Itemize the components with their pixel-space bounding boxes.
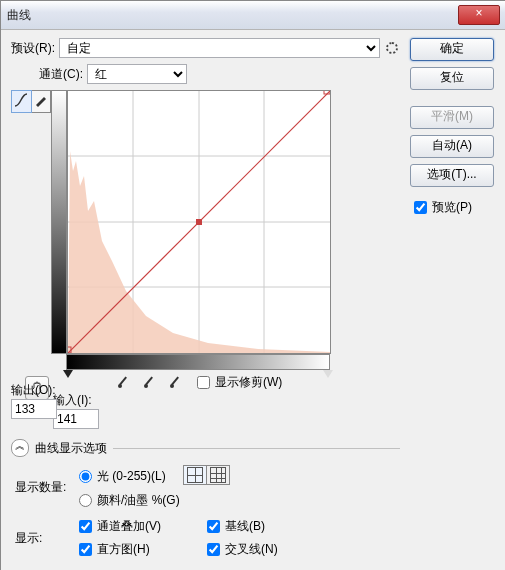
intersection-checkbox[interactable]: 交叉线(N) <box>207 541 327 558</box>
smooth-button[interactable]: 平滑(M) <box>410 106 494 129</box>
show-amount-label: 显示数量: <box>15 479 75 496</box>
eyedropper-white-icon[interactable] <box>167 374 183 390</box>
gear-icon[interactable] <box>384 40 400 56</box>
curve-chart[interactable] <box>67 90 331 354</box>
channel-overlay-checkbox[interactable]: 通道叠加(V) <box>79 518 199 535</box>
preview-checkbox[interactable]: 预览(P) <box>414 199 472 216</box>
eyedropper-black-icon[interactable] <box>115 374 131 390</box>
output-label: 输出(O): <box>11 382 71 399</box>
show-clipping-checkbox[interactable]: 显示修剪(W) <box>197 374 282 391</box>
histogram-checkbox[interactable]: 直方图(H) <box>79 541 199 558</box>
reset-button[interactable]: 复位 <box>410 67 494 90</box>
channel-select[interactable]: 红 <box>87 64 187 84</box>
expander-icon[interactable]: ︽ <box>11 439 29 457</box>
baseline-checkbox[interactable]: 基线(B) <box>207 518 327 535</box>
pigment-radio[interactable]: 颜料/油墨 %(G) <box>79 492 180 509</box>
options-button[interactable]: 选项(T)... <box>410 164 494 187</box>
preset-select[interactable]: 自定 <box>59 38 380 58</box>
curve-tool-icon[interactable] <box>11 90 32 113</box>
auto-button[interactable]: 自动(A) <box>410 135 494 158</box>
preset-label: 预设(R): <box>11 40 55 57</box>
svg-rect-8 <box>196 219 202 225</box>
curves-dialog: 曲线 × 预设(R): 自定 通道(C): 红 <box>0 0 505 570</box>
channel-label: 通道(C): <box>39 66 83 83</box>
close-button[interactable]: × <box>458 5 500 25</box>
titlebar[interactable]: 曲线 × <box>1 1 505 30</box>
pencil-tool-icon[interactable] <box>32 91 51 112</box>
input-gradient <box>66 354 330 370</box>
ok-button[interactable]: 确定 <box>410 38 494 61</box>
black-point-slider[interactable] <box>63 370 73 378</box>
grid-size-toggle[interactable] <box>183 465 230 485</box>
curve-display-header: 曲线显示选项 <box>35 440 107 457</box>
eyedropper-gray-icon[interactable] <box>141 374 157 390</box>
output-gradient <box>51 90 67 354</box>
window-title: 曲线 <box>7 7 458 24</box>
light-radio[interactable]: 光 (0-255)(L) <box>79 468 166 485</box>
white-point-slider[interactable] <box>323 370 333 378</box>
output-input[interactable] <box>11 399 57 419</box>
curve-tools <box>11 90 51 113</box>
show-label: 显示: <box>15 530 75 547</box>
